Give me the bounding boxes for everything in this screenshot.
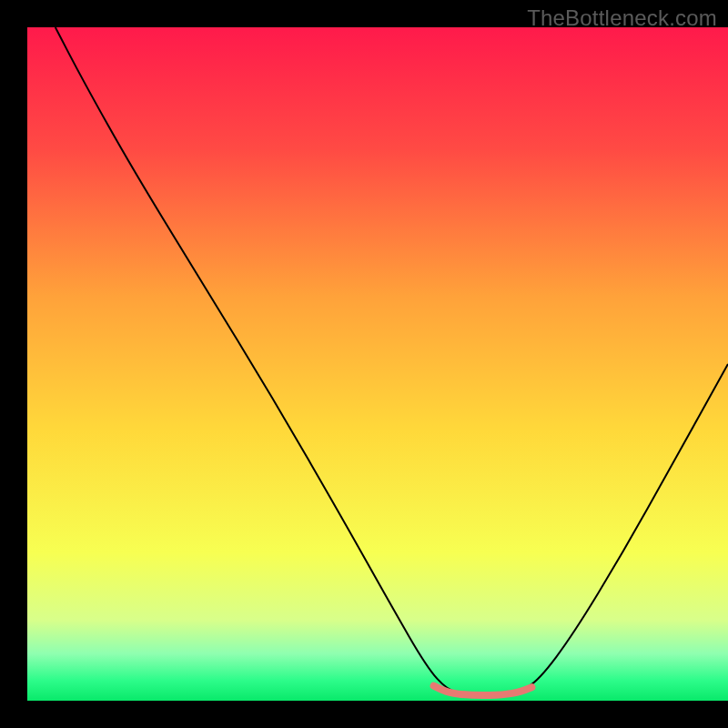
watermark-text: TheBottleneck.com: [527, 5, 717, 31]
chart-frame: TheBottleneck.com: [0, 0, 728, 728]
bottleneck-chart: [0, 0, 728, 728]
plot-background: [27, 27, 728, 701]
